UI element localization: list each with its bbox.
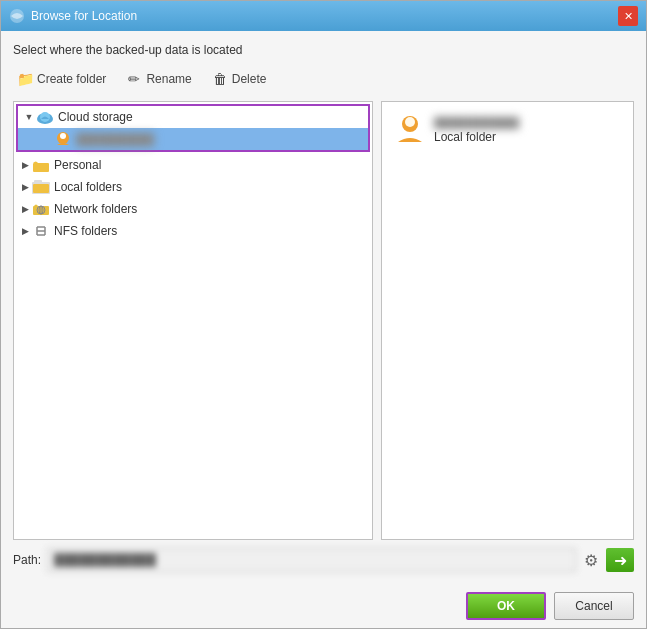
description-text: Select where the backed-up data is locat… <box>13 43 634 57</box>
tree-item-local-folders[interactable]: Local folders <box>14 176 372 198</box>
rename-icon: ✏ <box>126 71 142 87</box>
cloud-storage-label: Cloud storage <box>58 110 133 124</box>
path-go-button[interactable]: ➜ <box>606 548 634 572</box>
network-folders-icon <box>32 201 50 217</box>
right-item-icon <box>394 114 426 146</box>
personal-label: Personal <box>54 158 101 172</box>
tree-item-cloud-storage[interactable]: Cloud storage <box>18 106 368 128</box>
title-bar-left: Browse for Location <box>9 8 137 24</box>
create-folder-button[interactable]: 📁 Create folder <box>13 69 110 89</box>
personal-icon <box>32 157 50 173</box>
toolbar: 📁 Create folder ✏ Rename 🗑 Delete <box>13 69 634 89</box>
right-item-label: Local folder <box>434 130 519 144</box>
nfs-folders-icon <box>32 223 50 239</box>
personal-expand-arrow <box>18 158 32 172</box>
local-folders-icon <box>32 179 50 195</box>
tree-item-personal[interactable]: Personal <box>14 154 372 176</box>
cloud-child-icon <box>54 131 72 147</box>
settings-icon: ⚙ <box>584 552 598 569</box>
right-panel[interactable]: ████████████ Local folder <box>381 101 634 540</box>
path-label: Path: <box>13 553 41 567</box>
title-bar: Browse for Location ✕ <box>1 1 646 31</box>
cloud-child-label: ██████████ <box>76 133 154 145</box>
create-folder-label: Create folder <box>37 72 106 86</box>
right-item-blurred-name: ████████████ <box>434 117 519 128</box>
local-folders-label: Local folders <box>54 180 122 194</box>
tree-item-network-folders[interactable]: Network folders <box>14 198 372 220</box>
tree-item-cloud-child[interactable]: ██████████ <box>18 128 368 150</box>
bottom-bar: OK Cancel <box>1 584 646 628</box>
right-panel-item[interactable]: ████████████ Local folder <box>390 110 625 150</box>
rename-button[interactable]: ✏ Rename <box>122 69 195 89</box>
tree-panel[interactable]: Cloud storage ██████████ <box>13 101 373 540</box>
dialog-title: Browse for Location <box>31 9 137 23</box>
svg-rect-7 <box>33 163 49 172</box>
svg-point-6 <box>60 133 66 139</box>
panels-container: Cloud storage ██████████ <box>13 101 634 540</box>
go-icon: ➜ <box>614 551 627 570</box>
cancel-button[interactable]: Cancel <box>554 592 634 620</box>
dialog-icon <box>9 8 25 24</box>
close-button[interactable]: ✕ <box>618 6 638 26</box>
tree-item-nfs-folders[interactable]: NFS folders <box>14 220 372 242</box>
ok-button[interactable]: OK <box>466 592 546 620</box>
delete-label: Delete <box>232 72 267 86</box>
path-bar: Path: ⚙ ➜ <box>13 548 634 572</box>
nfs-folders-expand-arrow <box>18 224 32 238</box>
rename-label: Rename <box>146 72 191 86</box>
network-folders-expand-arrow <box>18 202 32 216</box>
svg-rect-9 <box>34 180 42 183</box>
svg-rect-10 <box>33 184 49 193</box>
network-folders-label: Network folders <box>54 202 137 216</box>
local-folders-expand-arrow <box>18 180 32 194</box>
create-folder-icon: 📁 <box>17 71 33 87</box>
cloud-storage-group: Cloud storage ██████████ <box>16 104 370 152</box>
delete-button[interactable]: 🗑 Delete <box>208 69 271 89</box>
dialog-content: Select where the backed-up data is locat… <box>1 31 646 584</box>
delete-icon: 🗑 <box>212 71 228 87</box>
path-settings-button[interactable]: ⚙ <box>582 549 600 572</box>
browse-for-location-dialog: Browse for Location ✕ Select where the b… <box>0 0 647 629</box>
cloud-storage-expand-arrow <box>22 110 36 124</box>
svg-point-21 <box>405 117 415 127</box>
cloud-storage-icon <box>36 109 54 125</box>
path-input[interactable] <box>47 548 576 572</box>
nfs-folders-label: NFS folders <box>54 224 117 238</box>
